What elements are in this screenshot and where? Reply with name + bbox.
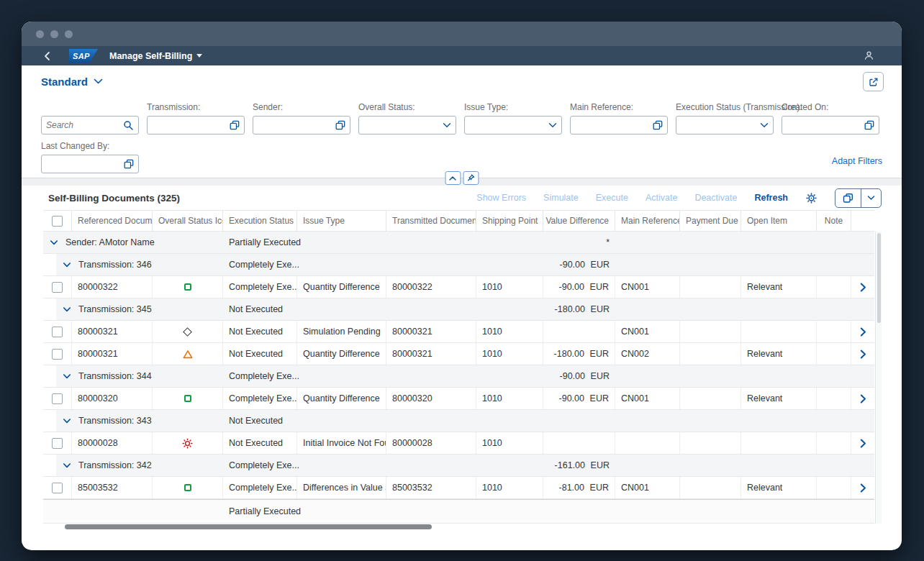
filter-text-input[interactable]	[258, 120, 335, 130]
search-input[interactable]	[41, 116, 139, 134]
row-checkbox[interactable]	[52, 393, 63, 404]
share-button[interactable]	[863, 72, 884, 91]
chevron-down-icon[interactable]	[443, 122, 451, 128]
navigate-chevron-icon[interactable]	[860, 283, 866, 292]
group-expanded-icon[interactable]	[63, 418, 71, 424]
table-row[interactable]: 80000322Completely Exe...Quantity Differ…	[43, 276, 874, 298]
execution-status-cell: Not Executed	[223, 321, 297, 342]
window-dot-icon[interactable]	[50, 30, 58, 38]
window-chrome-bar	[22, 22, 902, 46]
filter-input[interactable]	[358, 116, 456, 134]
search-text-input[interactable]	[46, 120, 123, 130]
value-help-icon[interactable]	[230, 120, 240, 130]
row-checkbox[interactable]	[52, 349, 63, 360]
checkbox-cell	[43, 388, 72, 409]
row-checkbox[interactable]	[52, 282, 63, 293]
shipping-point-cell: 1010	[476, 276, 543, 298]
filter-text-input[interactable]	[575, 120, 653, 130]
group-row-transmission[interactable]: Transmission: 343Not Executed	[43, 410, 874, 432]
filter-input[interactable]	[464, 116, 562, 134]
group-row-partial[interactable]: Partially Executed	[43, 499, 874, 524]
search-icon[interactable]	[123, 120, 134, 131]
export-button[interactable]	[835, 189, 861, 207]
table-row[interactable]: 85003532Completely Exe...Differences in …	[43, 477, 874, 499]
back-button[interactable]	[43, 51, 59, 61]
net-value: -161.00	[549, 460, 585, 470]
filter-input[interactable]	[676, 116, 774, 134]
simulate-button: Simulate	[543, 193, 579, 203]
value-help-icon[interactable]	[653, 120, 663, 130]
group-expanded-icon[interactable]	[63, 462, 71, 469]
horizontal-scrollbar-thumb[interactable]	[65, 524, 432, 529]
adapt-filters-link[interactable]: Adapt Filters	[832, 156, 882, 166]
table-row[interactable]: 80000320Completely Exe...Quantity Differ…	[43, 388, 874, 410]
navigate-chevron-icon[interactable]	[860, 394, 866, 403]
row-checkbox[interactable]	[52, 438, 63, 449]
navigate-chevron-icon[interactable]	[860, 439, 866, 448]
table-row[interactable]: 80000321Not ExecutedSimulation Pending80…	[43, 321, 874, 343]
filter-text-input[interactable]	[469, 120, 548, 130]
table-row[interactable]: 80000321Not ExecutedQuantity Difference8…	[43, 343, 874, 365]
filter-text-input[interactable]	[152, 120, 230, 130]
window-dot-icon[interactable]	[65, 30, 73, 38]
status-neutral-diamond-icon	[184, 329, 191, 335]
chevron-down-icon[interactable]	[548, 122, 557, 128]
select-all-checkbox[interactable]	[52, 216, 63, 227]
vertical-scrollbar-thumb[interactable]	[877, 233, 881, 323]
group-expanded-icon[interactable]	[63, 262, 71, 268]
collapse-filter-bar-button[interactable]	[445, 171, 461, 185]
chevron-down-icon[interactable]	[760, 122, 769, 128]
value-help-icon[interactable]	[864, 120, 874, 130]
issue-type-cell: Quantity Difference	[297, 343, 386, 365]
window-dot-icon[interactable]	[36, 30, 44, 38]
navigate-chevron-icon[interactable]	[860, 327, 866, 337]
filter-text-input[interactable]	[681, 120, 760, 130]
checkbox-cell	[43, 432, 72, 454]
row-checkbox[interactable]	[52, 327, 63, 337]
vertical-scrollbar	[875, 232, 882, 524]
export-copy-icon	[843, 193, 853, 204]
filter-input[interactable]	[570, 116, 668, 134]
filter-input[interactable]	[253, 116, 350, 134]
pin-filter-bar-button[interactable]	[463, 171, 479, 185]
group-row-label: Transmission: 346	[43, 254, 223, 275]
group-row-transmission[interactable]: Transmission: 345Not Executed-180.00EUR	[43, 298, 874, 321]
filter-field	[41, 102, 139, 134]
navigate-chevron-icon[interactable]	[860, 483, 866, 493]
filter-text-input[interactable]	[363, 120, 443, 130]
group-row-transmission[interactable]: Transmission: 342Completely Exe...-161.0…	[43, 455, 874, 477]
value-help-icon[interactable]	[335, 120, 345, 130]
refresh-button[interactable]: Refresh	[754, 193, 788, 203]
navigate-chevron-icon[interactable]	[860, 350, 866, 359]
table: Referenced DocumentOverall Status IconEx…	[43, 210, 882, 531]
group-row-sender[interactable]: Sender: AMotor NamePartially Executed*	[43, 232, 874, 254]
filter-input[interactable]	[147, 116, 245, 134]
group-execution-status: Partially Executed	[223, 232, 386, 253]
main-reference-cell: CN002	[615, 343, 680, 365]
filter-field-label: Overall Status:	[358, 102, 456, 113]
group-expanded-icon[interactable]	[50, 240, 58, 246]
filter-text-input[interactable]	[46, 159, 124, 169]
main-reference-cell: CN001	[615, 321, 680, 342]
group-row-label: Transmission: 345	[43, 298, 223, 320]
net-value-difference-cell	[543, 432, 615, 454]
note-cell	[817, 321, 851, 342]
column-header: Main Reference	[615, 211, 680, 231]
filter-input[interactable]	[782, 116, 879, 134]
open-item-cell	[741, 432, 817, 454]
user-avatar-icon[interactable]	[864, 50, 874, 61]
filter-field: Execution Status (Transmission):	[676, 102, 774, 134]
group-row-transmission[interactable]: Transmission: 346Completely Exe...-90.00…	[43, 254, 874, 276]
export-menu-button[interactable]	[861, 189, 881, 207]
app-title-menu[interactable]: Manage Self-Billing	[109, 51, 202, 61]
settings-button[interactable]	[805, 192, 817, 204]
group-row-transmission[interactable]: Transmission: 344Completely Exe...-90.00…	[43, 365, 874, 388]
row-checkbox[interactable]	[52, 483, 63, 493]
variant-selector[interactable]: Standard	[41, 76, 103, 88]
value-help-icon[interactable]	[124, 159, 134, 169]
group-expanded-icon[interactable]	[63, 306, 71, 313]
filter-input[interactable]	[41, 155, 139, 173]
group-expanded-icon[interactable]	[63, 373, 71, 380]
filter-text-input[interactable]	[787, 120, 864, 130]
table-row[interactable]: 80000028Not ExecutedInitial Invoice Not …	[43, 432, 874, 455]
